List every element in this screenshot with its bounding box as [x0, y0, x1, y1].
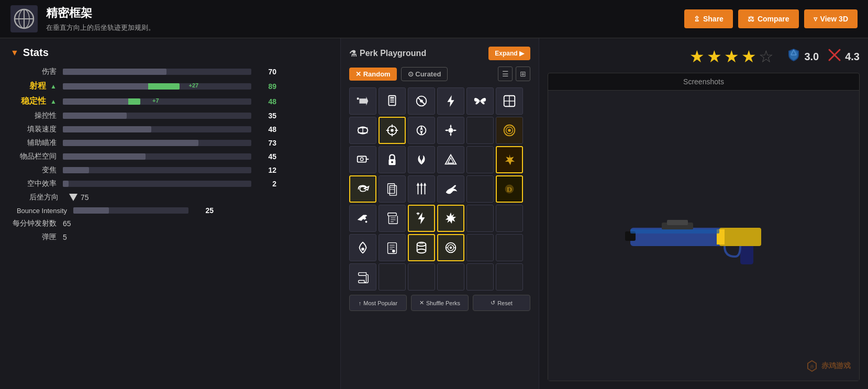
perk-item-4-2[interactable] [408, 205, 435, 232]
stat-value-airborne: 2 [258, 180, 276, 188]
perk-header: ⚗ Perk Playground Expand ▶ [349, 47, 530, 60]
reload-icon [353, 180, 372, 198]
svg-marker-47 [420, 183, 423, 186]
perk-item-1-5[interactable] [496, 117, 523, 144]
stat-row-inventory: 物品栏空间 45 [10, 152, 330, 161]
item-info: 精密框架 在垂直方向上的后坐轨迹更加规则。 [46, 5, 684, 32]
svg-point-72 [450, 247, 452, 249]
stat-bar-inventory [63, 153, 251, 160]
random-filter-button[interactable]: ✕ Random [349, 68, 397, 81]
perk-item-0-2[interactable] [408, 87, 435, 115]
stat-bar-fill-reload [63, 126, 151, 132]
perk-item-3-1[interactable] [379, 175, 406, 203]
perk-item-6-0[interactable] [349, 263, 376, 291]
stability-boost-bar [128, 98, 140, 105]
screenshots-section: Screenshots [548, 73, 860, 381]
svg-rect-87 [630, 229, 719, 234]
perk-item-4-1[interactable] [379, 205, 406, 232]
perk-special-2-icon [500, 121, 519, 140]
perk-item-0-3[interactable] [437, 87, 464, 115]
perk-view-buttons: ☰ ⊞ [498, 66, 530, 81]
perk-item-2-1[interactable] [379, 146, 406, 173]
perk-item-1-3[interactable] [437, 117, 464, 144]
collapse-arrow-icon[interactable]: ▼ [10, 48, 19, 58]
curated-filter-button[interactable]: ⊙ Curated [401, 67, 448, 81]
stats-header: ▼ Stats [10, 47, 330, 59]
perk-item-1-4 [466, 117, 494, 144]
shuffle-icon: ✕ [419, 299, 424, 306]
perk-item-4-4 [466, 205, 494, 232]
svg-text:赤: 赤 [810, 364, 814, 369]
range-up-arrow: ▲ [50, 83, 57, 90]
perk-item-1-0[interactable] [349, 117, 376, 144]
expand-button[interactable]: Expand ▶ [488, 47, 530, 60]
stat-bar-fill-handling [63, 113, 127, 119]
perk-item-1-2[interactable] [408, 117, 435, 144]
svg-rect-40 [388, 184, 395, 194]
perk-item-0-1[interactable] [379, 87, 406, 115]
star-4: ★ [741, 47, 756, 66]
range-boost-bar [148, 83, 180, 90]
perk-item-4-5 [496, 205, 523, 232]
stat-label-aim-assist: 辅助瞄准 [10, 138, 63, 148]
stat-value-handling: 35 [258, 112, 276, 120]
perk-item-3-3[interactable] [437, 175, 464, 203]
perk-item-2-2[interactable] [408, 146, 435, 173]
stat-row-reload: 填装速度 48 [10, 125, 330, 134]
svg-rect-60 [388, 243, 397, 254]
gun-perk-icon [353, 209, 372, 228]
perk-item-3-2[interactable] [408, 175, 435, 203]
stat-bar-fill-range: +27 [63, 83, 180, 90]
stat-label-bounce: Bounce Intensity [10, 207, 73, 215]
perk-item-2-0[interactable] [349, 146, 376, 173]
compare-icon: ⚖ [748, 15, 754, 23]
compass-icon [412, 121, 431, 140]
compare-button[interactable]: ⚖ Compare [738, 9, 799, 28]
perk-item-4-3[interactable] [437, 205, 464, 232]
item-name: 精密框架 [46, 5, 684, 21]
perk-item-0-0[interactable] [349, 87, 376, 115]
watermark: 赤 赤鸡游戏 [806, 360, 851, 372]
arrows-icon [412, 180, 431, 198]
perk-item-5-3[interactable] [437, 234, 464, 261]
stat-bar-aim-assist [63, 140, 251, 146]
perk-item-5-0[interactable] [349, 234, 376, 261]
stat-value-inventory: 45 [258, 152, 276, 161]
perk-bottom-buttons: ↑ Most Popular ✕ Shuffle Perks ↺ Reset [349, 295, 530, 311]
grid-view-button[interactable]: ⊞ [516, 66, 530, 81]
perk-item-4-0[interactable] [349, 205, 376, 232]
perk-item-0-4[interactable] [466, 87, 494, 115]
perk-item-5-1[interactable] [379, 234, 406, 261]
dragon-icon [441, 180, 460, 198]
reset-button[interactable]: ↺ Reset [473, 295, 530, 311]
range-boost-label: +27 [189, 82, 199, 88]
right-panel: ★ ★ ★ ★ ☆ 3. [539, 38, 868, 389]
svg-point-35 [360, 158, 363, 161]
list-view-button[interactable]: ☰ [498, 66, 513, 81]
star-5: ☆ [759, 47, 774, 66]
star-2: ★ [707, 47, 722, 66]
view3d-button[interactable]: ▿ View 3D [804, 9, 858, 28]
stat-bar-fill-aim-assist [63, 140, 198, 146]
share-button[interactable]: ⇫ Share [684, 9, 733, 28]
no-distractions-icon [412, 92, 431, 110]
most-popular-button[interactable]: ↑ Most Popular [349, 295, 407, 311]
perk-item-0-5[interactable] [496, 87, 523, 115]
shield-rating: 3.0 [786, 48, 819, 65]
perk-item-3-5[interactable]: D [496, 175, 523, 203]
share-icon: ⇫ [694, 15, 700, 23]
scroll2-icon [383, 238, 402, 257]
perk-item-2-3[interactable] [437, 146, 464, 173]
perk-item-3-0[interactable] [349, 175, 376, 203]
svg-marker-38 [446, 155, 457, 164]
shuffle-perks-button[interactable]: ✕ Shuffle Perks [411, 295, 469, 311]
perk-item-6-5 [496, 263, 523, 291]
svg-point-32 [508, 129, 511, 132]
perk-item-5-4 [466, 234, 494, 261]
perk-item-2-5[interactable] [496, 146, 523, 173]
perk-item-5-2[interactable] [408, 234, 435, 261]
perk-item-1-1[interactable] [379, 117, 406, 144]
perk-item-2-4 [466, 146, 494, 173]
stat-label-rpm: 每分钟发射数 [10, 219, 63, 228]
shield-icon [786, 48, 801, 65]
